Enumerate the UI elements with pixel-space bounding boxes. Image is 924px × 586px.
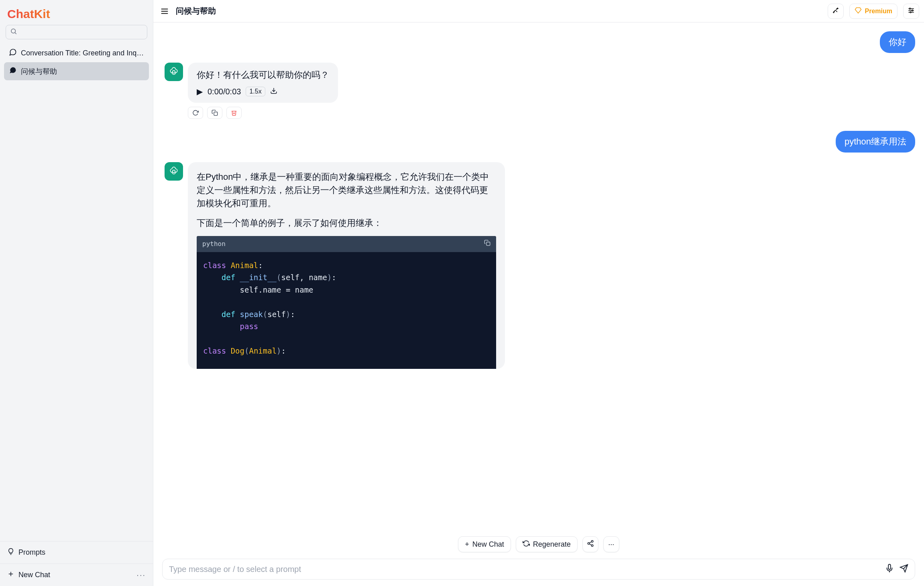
svg-line-1 <box>15 33 16 34</box>
new-chat-label: New Chat <box>18 571 50 579</box>
message-input[interactable] <box>169 565 879 574</box>
refresh-icon <box>523 540 530 549</box>
settings-button[interactable] <box>903 4 919 19</box>
svg-line-21 <box>589 544 591 545</box>
sidebar-item-label: Conversation Title: Greeting and Inquir… <box>21 49 144 57</box>
user-bubble: 你好 <box>880 31 915 53</box>
menu-icon[interactable] <box>159 6 170 17</box>
chat-icon <box>9 66 17 76</box>
assistant-avatar <box>165 162 183 181</box>
assistant-avatar <box>165 63 183 81</box>
svg-point-13 <box>173 71 175 73</box>
sidebar-item-conversation[interactable]: Conversation Title: Greeting and Inquir… <box>4 44 149 62</box>
topbar: 问候与帮助 Premium <box>153 0 924 22</box>
assistant-message: 你好！有什么我可以帮助你的吗？ ▶ 0:00/0:03 1.5x <box>165 63 915 119</box>
plus-icon <box>7 570 14 580</box>
clear-button[interactable] <box>828 4 844 19</box>
premium-button[interactable]: Premium <box>849 4 898 19</box>
download-icon[interactable] <box>270 87 277 96</box>
lightbulb-icon <box>7 548 14 557</box>
assistant-text: 在Python中，继承是一种重要的面向对象编程概念，它允许我们在一个类中定义一些… <box>197 170 496 210</box>
sidebar-item-conversation[interactable]: 问候与帮助 <box>4 62 149 80</box>
svg-point-19 <box>588 542 590 544</box>
main-panel: 问候与帮助 Premium 你好 <box>153 0 924 586</box>
delete-button[interactable] <box>226 107 242 119</box>
chat-messages: 你好 你好！有什么我可以帮助你的吗？ ▶ 0:00/0:03 1.5x <box>153 22 924 555</box>
audio-player: ▶ 0:00/0:03 1.5x <box>197 87 329 96</box>
more-button[interactable]: ··· <box>603 536 619 552</box>
code-block: python class Animal: def __init__(self, … <box>197 236 496 369</box>
code-language: python <box>202 239 226 249</box>
sidebar-item-label: 问候与帮助 <box>21 67 57 76</box>
message-actions <box>188 107 338 119</box>
plus-icon: + <box>465 540 469 549</box>
share-button[interactable] <box>582 536 598 552</box>
playback-speed[interactable]: 1.5x <box>246 87 265 96</box>
broom-icon <box>832 7 839 16</box>
microphone-icon[interactable] <box>885 564 894 574</box>
diamond-icon <box>855 7 862 16</box>
svg-point-11 <box>912 10 913 11</box>
premium-label: Premium <box>865 8 892 15</box>
sliders-icon <box>908 7 915 16</box>
svg-point-20 <box>591 545 593 547</box>
audio-time: 0:00/0:03 <box>208 87 241 96</box>
svg-point-16 <box>173 170 175 173</box>
conversation-list: Conversation Title: Greeting and Inquir…… <box>0 44 153 541</box>
chat-icon <box>9 48 17 58</box>
assistant-message: 在Python中，继承是一种重要的面向对象编程概念，它允许我们在一个类中定义一些… <box>165 162 915 369</box>
more-icon[interactable]: ··· <box>136 570 146 580</box>
share-icon <box>587 540 594 549</box>
svg-point-10 <box>910 8 911 9</box>
user-bubble: python继承用法 <box>836 131 915 153</box>
search-icon <box>10 28 17 37</box>
svg-line-22 <box>589 541 591 543</box>
svg-rect-17 <box>486 242 490 246</box>
new-chat-button[interactable]: New Chat <box>7 570 50 580</box>
svg-rect-15 <box>214 112 218 116</box>
copy-button[interactable] <box>207 107 222 119</box>
new-chat-button[interactable]: + New Chat <box>458 536 511 552</box>
assistant-text: 你好！有什么我可以帮助你的吗？ <box>197 69 329 81</box>
code-content: class Animal: def __init__(self, name): … <box>197 252 496 369</box>
regenerate-button[interactable] <box>188 107 203 119</box>
copy-code-button[interactable] <box>484 239 490 249</box>
user-message: python继承用法 <box>165 131 915 153</box>
regenerate-button[interactable]: Regenerate <box>516 536 578 552</box>
brand-logo: ChatKit <box>0 0 153 25</box>
svg-point-0 <box>11 29 16 33</box>
sidebar: ChatKit Conversation Title: Greeting and… <box>0 0 153 586</box>
floating-actions: + New Chat Regenerate ··· <box>153 536 924 555</box>
message-composer <box>162 559 915 580</box>
prompts-button[interactable]: Prompts <box>0 541 153 564</box>
search-input[interactable] <box>6 25 147 39</box>
assistant-text: 下面是一个简单的例子，展示了如何使用继承： <box>197 216 496 230</box>
page-title: 问候与帮助 <box>176 6 216 16</box>
assistant-bubble: 在Python中，继承是一种重要的面向对象编程概念，它允许我们在一个类中定义一些… <box>188 162 505 369</box>
send-icon[interactable] <box>900 564 908 574</box>
user-message: 你好 <box>165 31 915 53</box>
prompts-label: Prompts <box>18 548 45 557</box>
play-icon[interactable]: ▶ <box>197 87 203 96</box>
svg-point-18 <box>591 540 593 542</box>
svg-point-12 <box>910 12 911 13</box>
assistant-bubble: 你好！有什么我可以帮助你的吗？ ▶ 0:00/0:03 1.5x <box>188 63 338 103</box>
ellipsis-icon: ··· <box>608 540 614 549</box>
